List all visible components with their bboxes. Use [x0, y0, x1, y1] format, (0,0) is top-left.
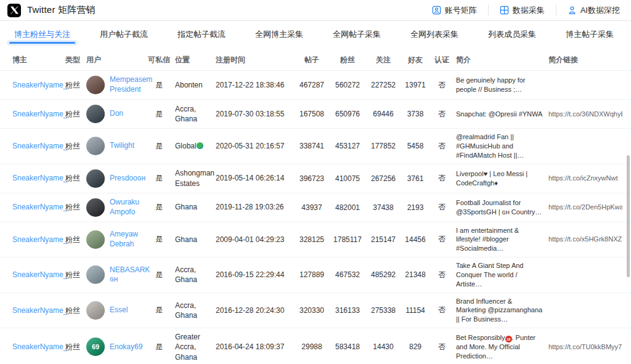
regtime-cell: 2019-11-28 19:03:26: [216, 202, 297, 212]
verified-cell: 否: [433, 270, 456, 280]
blogger-link[interactable]: SneakerNyame_: [12, 109, 65, 119]
type-cell: 粉丝: [65, 270, 86, 280]
tab-network-post-collect[interactable]: 全网帖子采集: [332, 21, 382, 46]
table-row: SneakerNyame_粉丝Don是Accra, Ghana2019-07-3…: [0, 100, 631, 129]
table-row: SneakerNyame_粉丝Owuraku Ampofo是Ghana2019-…: [0, 193, 631, 222]
user-name-link[interactable]: Presdooɢʜ: [110, 174, 145, 184]
user-avatar[interactable]: [86, 301, 105, 320]
user-name-link[interactable]: Enokay69: [110, 342, 142, 352]
regtime-cell: 2019-05-14 06:26:14: [216, 173, 297, 183]
friends-cell: 2193: [403, 203, 433, 212]
followers-cell: 583418: [332, 342, 368, 351]
bio-link-cell[interactable]: https://t.co/2Den5HpKwa: [548, 203, 622, 212]
col-header-bio-link: 简介链接: [548, 55, 622, 65]
table-row: SneakerNyame_粉丝NEBASARK ɢʜ是Accra, Ghana2…: [0, 257, 631, 293]
table-row: SneakerNyame_粉丝Ameyaw Debrah是Ghana2009-0…: [0, 222, 631, 258]
location-cell: Ghana: [175, 235, 216, 245]
bio-link-cell[interactable]: https://t.co/icZnxywNwt: [548, 174, 622, 183]
col-header-dm: 可私信: [148, 55, 175, 65]
location-cell: Accra, Ghana: [175, 265, 216, 285]
bio-cell: Football Journalist for @3SportsGH | ɢʜ …: [456, 198, 548, 217]
followers-cell: 650976: [332, 110, 368, 118]
account-matrix-button[interactable]: 账号矩阵: [421, 5, 488, 16]
action-label: AI数据深挖: [580, 5, 620, 16]
header-actions: 账号矩阵数据采集AI数据深挖: [421, 0, 622, 20]
data-collection-icon: [500, 6, 509, 15]
blogger-link[interactable]: SneakerNyame_: [12, 173, 65, 183]
user-name-link[interactable]: Mempeasem President: [110, 75, 152, 94]
data-collection-button[interactable]: 数据采集: [488, 5, 556, 16]
18plus-emoji: [505, 336, 512, 342]
user-name-link[interactable]: Twilight: [110, 141, 134, 151]
blogger-link[interactable]: SneakerNyame_: [12, 235, 65, 245]
bio-cell: I am entertainment & lifestyle! #blogger…: [456, 226, 548, 254]
type-cell: 粉丝: [65, 342, 86, 352]
globe-emoji: [197, 142, 203, 149]
table-row: SneakerNyame_粉丝Essel是Accra, Ghana2016-12…: [0, 293, 631, 329]
user-cell: Twilight: [86, 137, 148, 155]
blogger-link[interactable]: SneakerNyame_: [12, 80, 65, 90]
user-cell: Ameyaw Debrah: [86, 230, 148, 249]
col-header-followers: 粉丝: [332, 55, 368, 65]
following-cell: 275338: [368, 306, 403, 315]
blogger-link[interactable]: SneakerNyame_: [12, 342, 65, 352]
posts-cell: 29988: [297, 342, 332, 351]
friends-cell: 3738: [403, 110, 433, 118]
regtime-cell: 2009-04-01 04:29:23: [216, 235, 297, 245]
tab-list-member-collect[interactable]: 列表成员采集: [487, 21, 537, 46]
user-cell: NEBASARK ɢʜ: [86, 265, 148, 285]
blogger-link[interactable]: SneakerNyame_: [12, 270, 65, 280]
dm-cell: 是: [148, 270, 175, 280]
user-avatar[interactable]: [86, 137, 105, 155]
bio-link-cell[interactable]: https://t.co/TU0kkBMyy7: [548, 342, 622, 352]
page-title: Twitter 矩阵营销: [27, 4, 96, 16]
user-cell: 69Enokay69: [86, 338, 148, 356]
tab-network-list-collect[interactable]: 全网列表采集: [409, 21, 460, 46]
type-cell: 粉丝: [65, 80, 86, 90]
followers-cell: 316133: [332, 306, 368, 315]
tab-blogger-fans-following[interactable]: 博主粉丝与关注: [13, 21, 71, 46]
followers-cell: 560272: [332, 81, 368, 89]
user-name-link[interactable]: Essel: [110, 305, 128, 315]
tab-user-post-intercept[interactable]: 用户帖子截流: [99, 21, 149, 46]
user-name-link[interactable]: NEBASARK ɢʜ: [110, 265, 150, 285]
user-name-link[interactable]: Owuraku Ampofo: [110, 198, 143, 217]
user-name-link[interactable]: Ameyaw Debrah: [110, 230, 143, 249]
col-header-type: 类型: [65, 55, 86, 65]
user-cell: Mempeasem President: [86, 75, 148, 94]
user-avatar[interactable]: [86, 230, 105, 249]
bio-link-cell[interactable]: https://t.co/x5HGrk8NXZ: [548, 235, 622, 244]
bio-cell: Be genuinely happy for people // Busines…: [456, 76, 548, 94]
user-avatar[interactable]: [86, 265, 105, 284]
user-avatar[interactable]: [86, 76, 105, 94]
bio-cell: Brand Influencer & Marketing @pizzamangh…: [456, 297, 548, 325]
bio-cell: Take A Giant Step And Conquer The world …: [456, 261, 548, 289]
table-body: SneakerNyame_粉丝Mempeasem President是Abont…: [0, 71, 631, 364]
user-avatar[interactable]: [86, 169, 105, 188]
bio-link-cell[interactable]: https://t.co/36NDXWqhyE: [548, 110, 622, 119]
blogger-link[interactable]: SneakerNyame_: [12, 141, 65, 151]
col-header-location: 位置: [175, 55, 216, 65]
verified-cell: 否: [433, 202, 456, 212]
user-avatar[interactable]: [86, 105, 105, 123]
user-avatar[interactable]: 69: [86, 338, 105, 356]
following-cell: 177852: [368, 142, 403, 150]
tab-network-blogger-collect[interactable]: 全网博主采集: [254, 21, 304, 46]
blogger-link[interactable]: SneakerNyame_: [12, 202, 65, 212]
tab-specified-post-intercept[interactable]: 指定帖子截流: [176, 21, 227, 46]
type-cell: 粉丝: [65, 235, 86, 245]
regtime-cell: 2019-07-30 03:18:55: [216, 109, 297, 119]
dm-cell: 是: [148, 234, 175, 245]
user-avatar[interactable]: [86, 198, 105, 217]
scrollbar-thumb[interactable]: [627, 155, 630, 277]
following-cell: 227252: [368, 81, 403, 89]
tab-blogger-post-collect[interactable]: 博主帖子采集: [564, 21, 615, 46]
blogger-link[interactable]: SneakerNyame_: [12, 305, 65, 315]
user-name-link[interactable]: Don: [110, 109, 123, 119]
ai-mining-button[interactable]: AI数据深挖: [556, 5, 622, 16]
followers-cell: 467532: [332, 270, 368, 279]
bio-cell: @realmadrid Fan || #GHMusicHub and #Find…: [456, 132, 548, 160]
user-cell: Essel: [86, 301, 148, 320]
action-label: 数据采集: [513, 5, 545, 16]
following-cell: 267256: [368, 174, 403, 183]
